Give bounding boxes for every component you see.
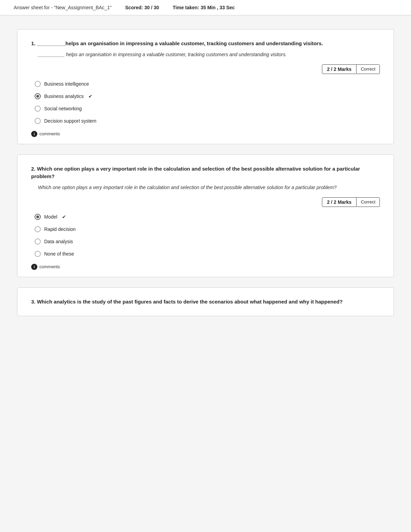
- info-icon-q2: i: [31, 264, 37, 270]
- question-1-marks-value: 2 / 2 Marks: [322, 65, 357, 74]
- list-item: None of these: [35, 251, 380, 257]
- radio-data-analysis: [35, 238, 41, 245]
- question-card-3: 3. Which analytics is the study of the p…: [17, 287, 394, 317]
- question-2-text: 2. Which one option plays a very importa…: [31, 165, 380, 181]
- question-2-comments-label: comments: [39, 264, 60, 269]
- question-2-marks-badge: 2 / 2 Marks Correct: [322, 197, 380, 207]
- page-content: 1. __________helps an organisation in im…: [0, 15, 411, 330]
- option-label-model: Model: [44, 214, 57, 220]
- option-label-none-of-these: None of these: [44, 251, 74, 257]
- question-2-comments-row[interactable]: i comments: [31, 264, 380, 270]
- list-item: Decision support system: [35, 118, 380, 124]
- option-label-data-analysis: Data analysis: [44, 239, 73, 244]
- option-label-decision-support: Decision support system: [44, 118, 97, 124]
- question-card-2: 2. Which one option plays a very importa…: [17, 154, 394, 277]
- radio-business-intelligence: [35, 81, 41, 87]
- question-1-marks-row: 2 / 2 Marks Correct: [31, 64, 380, 74]
- question-2-options: Model ✔ Rapid decision Data analysis Non…: [31, 214, 380, 257]
- list-item: Rapid decision: [35, 226, 380, 232]
- question-1-marks-badge: 2 / 2 Marks Correct: [322, 64, 380, 74]
- list-item: Social networking: [35, 106, 380, 112]
- question-1-comments-label: comments: [39, 131, 60, 136]
- radio-business-analytics: [35, 93, 41, 99]
- radio-rapid-decision: [35, 226, 41, 232]
- option-label-business-analytics: Business analytics: [44, 94, 84, 99]
- header-time: Time taken: 35 Min , 33 Sec: [173, 5, 235, 10]
- question-1-options: Business intelligence Business analytics…: [31, 81, 380, 124]
- question-2-subtext: Which one option plays a very important …: [31, 184, 380, 191]
- info-icon-q1: i: [31, 131, 37, 137]
- page-header: Answer sheet for - "New_Assignment_BAc_1…: [0, 0, 411, 15]
- radio-decision-support: [35, 118, 41, 124]
- list-item: Business intelligence: [35, 81, 380, 87]
- header-title: Answer sheet for - "New_Assignment_BAc_1…: [14, 5, 111, 10]
- question-2-marks-row: 2 / 2 Marks Correct: [31, 197, 380, 207]
- radio-none-of-these: [35, 251, 41, 257]
- question-1-comments-row[interactable]: i comments: [31, 131, 380, 137]
- list-item: Data analysis: [35, 238, 380, 245]
- list-item: Business analytics ✔: [35, 93, 380, 99]
- question-1-marks-status: Correct: [356, 65, 379, 73]
- question-2-marks-status: Correct: [356, 198, 379, 206]
- radio-social-networking: [35, 106, 41, 112]
- question-1-text: 1. __________helps an organisation in im…: [31, 40, 380, 48]
- option-label-social-networking: Social networking: [44, 106, 82, 111]
- option-label-business-intelligence: Business intelligence: [44, 81, 89, 87]
- header-score: Scored: 30 / 30: [125, 5, 159, 10]
- list-item: Model ✔: [35, 214, 380, 220]
- question-card-1: 1. __________helps an organisation in im…: [17, 29, 394, 144]
- checkmark-model: ✔: [62, 214, 66, 220]
- question-2-marks-value: 2 / 2 Marks: [322, 198, 357, 207]
- question-1-subtext: __________ helps an organisation in impr…: [31, 51, 380, 58]
- radio-model: [35, 214, 41, 220]
- checkmark-business-analytics: ✔: [88, 94, 92, 99]
- question-3-text: 3. Which analytics is the study of the p…: [31, 298, 380, 306]
- option-label-rapid-decision: Rapid decision: [44, 226, 76, 232]
